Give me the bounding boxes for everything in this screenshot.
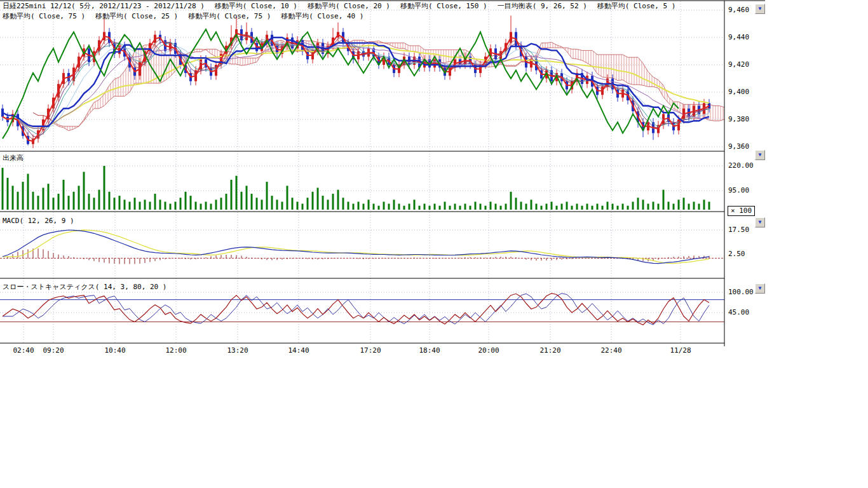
volume-panel-title: 出来高 — [3, 153, 24, 163]
time-axis-label: 21:20 — [539, 346, 560, 355]
time-axis-label: 17:20 — [360, 346, 381, 355]
legend-item: 移動平均( Close, 150 ) — [400, 1, 487, 11]
macd-axis-label: 2.50 — [728, 250, 745, 258]
time-axis-label: 22:40 — [600, 346, 621, 355]
time-axis-label: 14:40 — [288, 346, 309, 355]
time-axis-label: 02:40 — [13, 346, 34, 355]
legend-item: 移動平均( Close, 5 ) — [597, 1, 675, 11]
volume-axis-label: 95.00 — [728, 186, 749, 194]
legend-item: 移動平均( Close, 10 ) — [215, 1, 297, 11]
legend-item: 移動平均( Close, 75 ) — [188, 11, 271, 21]
chart-canvas[interactable] — [0, 0, 769, 356]
price-axis-label: 9,400 — [728, 88, 749, 96]
legend-item: 移動平均( Close, 40 ) — [281, 11, 363, 21]
price-axis-label: 9,380 — [728, 115, 749, 123]
time-axis-label: 10:40 — [104, 346, 125, 355]
price-axis-label: 9,420 — [728, 60, 749, 69]
scroll-down-button-macd[interactable]: ▼ — [755, 217, 765, 227]
scroll-down-button-stoch[interactable]: ▼ — [755, 283, 765, 294]
arrow-down-icon: ▼ — [759, 152, 762, 158]
macd-panel-title: MACD( 12, 26, 9 ) — [3, 217, 74, 225]
time-axis-label: 09:20 — [43, 346, 64, 355]
price-axis-label: 9,360 — [728, 142, 749, 151]
volume-unit-badge: × 100 — [728, 206, 755, 216]
time-axis-label: 11/28 — [670, 346, 691, 355]
arrow-down-icon: ▼ — [759, 220, 762, 225]
legend-row-1: 日経225mini 12/12( 5分, 2012/11/23 - 2012/1… — [3, 1, 675, 11]
arrow-down-icon: ▼ — [759, 6, 762, 11]
price-axis-label: 9,460 — [728, 6, 749, 14]
price-axis-label: 9,440 — [728, 33, 749, 41]
volume-axis-label: 220.00 — [728, 161, 754, 170]
time-axis-label: 12:00 — [165, 346, 186, 355]
time-axis-label: 20:00 — [478, 346, 499, 355]
time-axis-label: 13:20 — [227, 346, 248, 355]
legend-item: 移動平均( Close, 20 ) — [308, 1, 390, 11]
legend-item: 一目均衡表( 9, 26, 52 ) — [498, 1, 587, 11]
macd-axis-label: 17.50 — [728, 226, 749, 234]
stoch-axis-label: 100.00 — [728, 288, 754, 296]
legend-item: 移動平均( Close, 75 ) — [3, 11, 85, 21]
chart-window: 日経225mini 12/12( 5分, 2012/11/23 - 2012/1… — [0, 0, 868, 488]
time-axis-label: 18:40 — [419, 346, 440, 355]
stoch-axis-label: 45.00 — [728, 308, 749, 316]
scroll-down-button-volume[interactable]: ▼ — [755, 150, 765, 160]
stochastics-panel-title: スロー・ストキャスティクス( 14, 3, 80, 20 ) — [3, 282, 166, 292]
chart-title: 日経225mini 12/12( 5分, 2012/11/23 - 2012/1… — [3, 1, 205, 11]
scroll-down-button-price[interactable]: ▼ — [755, 4, 765, 14]
arrow-down-icon: ▼ — [759, 286, 762, 291]
legend-item: 移動平均( Close, 25 ) — [95, 11, 178, 21]
legend-row-2: 移動平均( Close, 75 )移動平均( Close, 25 )移動平均( … — [3, 11, 363, 21]
